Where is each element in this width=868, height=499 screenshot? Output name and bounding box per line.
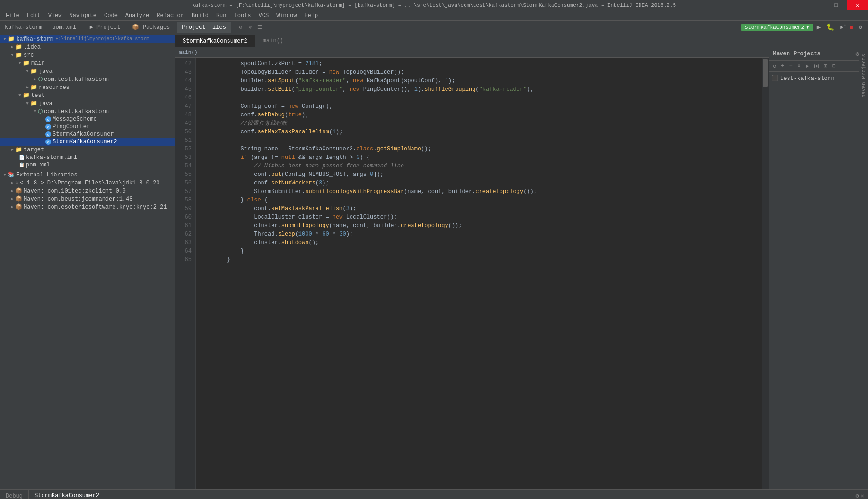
settings-button[interactable]: ✲ — [246, 24, 254, 31]
tree-item-package-test[interactable]: ▼ ⬡ com.test.kafkastorm — [0, 107, 175, 115]
skc-label: StormKafkaConsumer — [53, 131, 114, 138]
tree-item-package-main[interactable]: ▶ ⬡ com.test.kafkastorm — [0, 75, 175, 83]
maximize-button[interactable]: □ — [825, 0, 847, 10]
tab-project[interactable]: ▶ Project — [85, 22, 126, 33]
menu-vcs[interactable]: VCS — [255, 10, 273, 21]
tree-item-kafka-storm[interactable]: ▼ 📁 kafka-storm F:\intellij\myproject\ka… — [0, 35, 175, 43]
tree-arrow-main: ▼ — [17, 61, 23, 66]
collapse-all-button[interactable]: ⚙ — [237, 24, 245, 31]
stop-button[interactable]: ■ — [847, 23, 855, 32]
maven-collapse-icon[interactable]: ⊟ — [830, 61, 837, 70]
minimize-button[interactable]: ─ — [804, 0, 825, 10]
window-controls: ─ □ ✕ — [804, 0, 868, 10]
code-area[interactable]: 4243444546 4748495051 5253545556 5758596… — [175, 58, 769, 489]
maven-expand-icon[interactable]: ⊞ — [822, 61, 829, 70]
pom-label: pom.xml — [26, 162, 50, 168]
maven-download-icon[interactable]: ⬇ — [796, 61, 803, 70]
bottom-tab-bar: Debug StormKafkaConsumer2 ⚙ ✕ — [0, 490, 868, 499]
pc-label: PingCounter — [53, 123, 90, 130]
resources-folder-icon: 📁 — [30, 84, 37, 91]
maven-item-root[interactable]: ⬛ test-kafka-storm — [771, 74, 866, 83]
skc2-label: StormKafkaConsumer2 — [53, 139, 117, 145]
bottom-tab-debug[interactable]: Debug — [0, 490, 29, 499]
run-button[interactable]: ▶ — [815, 22, 823, 32]
main-folder-icon: 📁 — [23, 60, 30, 67]
tree-item-messagescheme[interactable]: ▶ c MessageScheme — [0, 115, 175, 123]
maven-side-label: Maven Projects — [861, 54, 867, 97]
maven-run-icon[interactable]: ▶ — [804, 61, 811, 70]
debug-run-button[interactable]: 🐛 — [824, 22, 836, 32]
scroll-thumb[interactable] — [763, 59, 768, 87]
ext-icon: 📚 — [8, 171, 15, 178]
test-label: test — [31, 92, 45, 99]
menu-build[interactable]: Build — [188, 10, 212, 21]
tree-item-pingcounter[interactable]: ▶ c PingCounter — [0, 123, 175, 131]
editor-tab-main[interactable]: StormKafkaConsumer2 — [175, 35, 255, 47]
tree-item-test[interactable]: ▼ 📁 test — [0, 91, 175, 99]
toolbar-settings-button[interactable]: ⚙ — [857, 23, 864, 32]
tree-arrow-ext: ▼ — [2, 173, 8, 177]
bottom-close-icon[interactable]: ✕ — [861, 492, 864, 499]
java-test-folder-icon: 📁 — [30, 100, 37, 107]
menu-edit[interactable]: Edit — [23, 10, 44, 21]
project-name-tab[interactable]: kafka-storm — [0, 21, 47, 34]
run-config-selector[interactable]: StormKafkaConsumer2 ▼ — [741, 24, 813, 31]
root-path: F:\intellij\myproject\kafka-storm — [55, 36, 149, 42]
title-bar: kafka-storm – [F:\intellij\myproject\kaf… — [0, 0, 868, 10]
package-main-icon: ⬡ — [38, 76, 43, 83]
coverage-button[interactable]: ▶̈ — [838, 23, 845, 32]
close-button[interactable]: ✕ — [847, 0, 868, 10]
file-tree: ▼ 📁 kafka-storm F:\intellij\myproject\ka… — [0, 34, 175, 489]
tree-arrow: ▼ — [2, 37, 8, 42]
maven-skip-icon[interactable]: ⏭ — [812, 61, 821, 70]
maven-refresh-icon[interactable]: ↺ — [771, 61, 778, 70]
root-folder-icon: 📁 — [8, 35, 15, 43]
menu-analyze[interactable]: Analyze — [122, 10, 153, 21]
tree-item-jcommander[interactable]: ▶ 📦 Maven: com.beust:jcommander:1.48 — [0, 195, 175, 203]
tree-item-java-test[interactable]: ▼ 📁 java — [0, 99, 175, 107]
pom-xml-tab[interactable]: pom.xml — [47, 21, 81, 34]
menu-window[interactable]: Window — [272, 10, 300, 21]
tree-item-pom[interactable]: ▶ 📋 pom.xml — [0, 161, 175, 169]
breadcrumb-main: main() — [179, 50, 198, 55]
menu-tools[interactable]: Tools — [230, 10, 255, 21]
tree-item-kryo[interactable]: ▶ 📦 Maven: com.esotericsoftware.kryo:kry… — [0, 203, 175, 211]
code-content[interactable]: spoutConf.zkPort = 2181; TopologyBuilder… — [196, 58, 762, 489]
bottom-panel: Debug StormKafkaConsumer2 ⚙ ✕ ▶ ⏸ ■ ↷ ↓ … — [0, 489, 868, 499]
zkclient-icon: 📦 — [15, 187, 22, 194]
menu-code[interactable]: Code — [100, 10, 122, 21]
tree-item-jdk[interactable]: ▶ ☕ < 1.8 > D:\Program Files\Java\jdk1.8… — [0, 179, 175, 187]
menu-file[interactable]: File — [2, 10, 23, 21]
tree-item-target[interactable]: ▶ 📁 target — [0, 146, 175, 154]
menu-navigate[interactable]: Navigate — [65, 10, 100, 21]
app-title: kafka-storm – [F:\intellij\myproject\kaf… — [192, 2, 676, 8]
tree-item-src[interactable]: ▼ 📁 src — [0, 51, 175, 59]
tree-item-stormkafkaconsumer[interactable]: ▶ c StormKafkaConsumer — [0, 131, 175, 138]
maven-remove-icon[interactable]: − — [787, 62, 794, 70]
maven-add-icon[interactable]: + — [779, 62, 786, 70]
tree-item-stormkafkaconsumer2[interactable]: ▶ c StormKafkaConsumer2 — [0, 138, 175, 146]
menu-help[interactable]: Help — [300, 10, 322, 21]
tree-item-idea[interactable]: ▶ 📁 .idea — [0, 43, 175, 51]
tree-item-ext-libs[interactable]: ▼ 📚 External Libraries — [0, 171, 175, 179]
maven-side-tab[interactable]: Maven Projects — [859, 47, 868, 104]
package-main-label: com.test.kafkastorm — [44, 76, 109, 83]
maven-panel: Maven Projects ⚙ ≡ ↺ + − ⬇ ▶ ⏭ ⊞ ⊟ — [769, 47, 868, 489]
bottom-settings-icon[interactable]: ⚙ — [856, 492, 859, 499]
more-options-button[interactable]: ☰ — [256, 24, 263, 31]
tab-project-files[interactable]: Project Files — [177, 22, 231, 33]
tab-packages[interactable]: 📦 Packages — [127, 22, 175, 33]
tree-item-zkclient[interactable]: ▶ 📦 Maven: com.101tec:zkclient:0.9 — [0, 187, 175, 195]
src-folder-icon: 📁 — [15, 52, 22, 59]
menu-refactor[interactable]: Refactor — [153, 10, 188, 21]
bottom-tab-stormkafka[interactable]: StormKafkaConsumer2 — [29, 490, 105, 499]
menu-run[interactable]: Run — [212, 10, 230, 21]
tree-item-kafkastorm-iml[interactable]: ▶ 📄 kafka-storm.iml — [0, 154, 175, 161]
editor-tab-method[interactable]: main() — [255, 35, 291, 47]
tree-item-main[interactable]: ▼ 📁 main — [0, 59, 175, 67]
run-config-label: StormKafkaConsumer2 — [745, 25, 804, 30]
tree-item-resources[interactable]: ▶ 📁 resources — [0, 83, 175, 91]
scroll-gutter — [762, 58, 769, 489]
menu-view[interactable]: View — [44, 10, 66, 21]
tree-item-java-main[interactable]: ▼ 📁 java — [0, 67, 175, 75]
